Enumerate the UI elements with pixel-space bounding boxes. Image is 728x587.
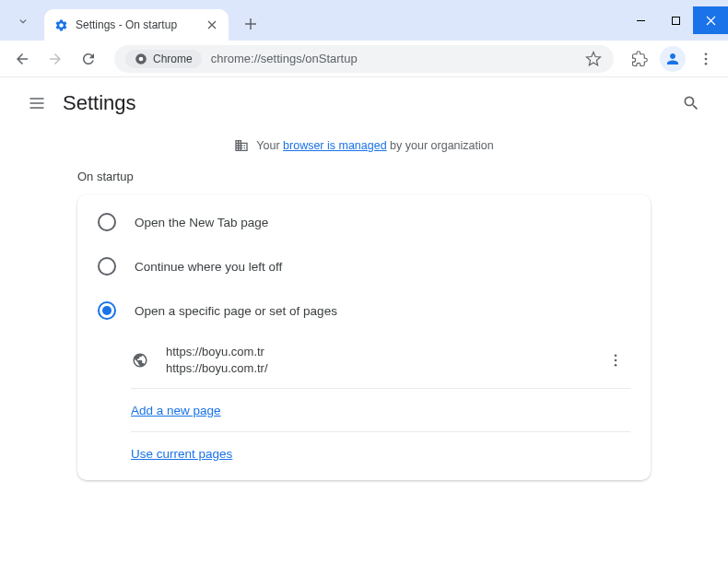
window-controls — [623, 0, 728, 41]
page-more-button[interactable] — [601, 346, 630, 375]
address-bar[interactable]: Chrome chrome://settings/onStartup — [114, 45, 614, 73]
browser-toolbar: Chrome chrome://settings/onStartup — [0, 41, 728, 77]
maximize-button[interactable] — [658, 6, 693, 34]
settings-header: Settings — [0, 77, 728, 129]
managed-prefix: Your — [256, 139, 279, 152]
bookmark-button[interactable] — [584, 50, 603, 68]
chrome-icon — [135, 53, 147, 65]
star-icon — [585, 51, 602, 67]
tab-search-dropdown[interactable] — [7, 6, 39, 37]
arrow-right-icon — [47, 51, 64, 67]
svg-point-2 — [139, 56, 144, 61]
use-current-link[interactable]: Use current pages — [131, 447, 232, 461]
close-icon — [706, 16, 716, 26]
svg-point-4 — [705, 57, 708, 60]
minimize-button[interactable] — [623, 6, 658, 34]
settings-search-button[interactable] — [673, 85, 710, 122]
option-continue[interactable]: Continue where you left off — [77, 244, 651, 288]
maximize-icon — [671, 16, 681, 26]
dots-vertical-icon — [698, 51, 714, 67]
globe-icon — [131, 351, 149, 370]
forward-button[interactable] — [41, 44, 70, 74]
use-current-row: Use current pages — [77, 432, 651, 475]
startup-page-row: https://boyu.com.tr https://boyu.com.tr/ — [77, 333, 651, 388]
settings-content: On startup Open the New Tab page Continu… — [0, 170, 728, 480]
radio-icon — [98, 213, 116, 231]
puzzle-icon — [631, 51, 648, 67]
startup-card: Open the New Tab page Continue where you… — [77, 194, 651, 480]
hamburger-icon — [28, 94, 46, 112]
search-icon — [682, 94, 700, 112]
minimize-icon — [636, 16, 646, 26]
option-label: Open the New Tab page — [135, 216, 268, 229]
settings-menu-button[interactable] — [18, 85, 55, 122]
radio-icon — [98, 257, 116, 276]
page-entry-url: https://boyu.com.tr/ — [166, 360, 601, 377]
svg-point-8 — [615, 364, 617, 367]
close-icon — [207, 20, 217, 29]
tab-title: Settings - On startup — [76, 18, 205, 31]
new-tab-button[interactable] — [238, 11, 264, 37]
add-page-row: Add a new page — [77, 389, 651, 431]
tab-close-button[interactable] — [205, 18, 219, 32]
reload-icon — [80, 51, 97, 67]
managed-suffix: by your organization — [390, 139, 494, 152]
svg-rect-0 — [672, 17, 679, 24]
reload-button[interactable] — [74, 44, 103, 74]
svg-point-5 — [705, 62, 708, 65]
section-label: On startup — [77, 170, 651, 183]
svg-point-7 — [615, 359, 617, 362]
back-button[interactable] — [7, 44, 37, 74]
chevron-down-icon — [17, 15, 29, 28]
plus-icon — [244, 18, 257, 30]
site-chip[interactable]: Chrome — [125, 50, 202, 68]
settings-gear-icon — [53, 18, 68, 32]
chrome-menu-button[interactable] — [691, 44, 721, 74]
add-page-link[interactable]: Add a new page — [131, 404, 221, 417]
page-info: https://boyu.com.tr https://boyu.com.tr/ — [166, 344, 601, 377]
window-titlebar: Settings - On startup — [0, 0, 728, 41]
arrow-left-icon — [14, 51, 30, 67]
page-entry-title: https://boyu.com.tr — [166, 344, 601, 360]
svg-point-3 — [705, 53, 708, 55]
dots-vertical-icon — [607, 352, 624, 369]
site-chip-label: Chrome — [153, 53, 193, 65]
option-label: Open a specific page or set of pages — [135, 304, 337, 318]
profile-button[interactable] — [658, 44, 687, 74]
option-new-tab[interactable]: Open the New Tab page — [77, 200, 651, 244]
managed-link[interactable]: browser is managed — [283, 139, 387, 152]
browser-tab[interactable]: Settings - On startup — [44, 9, 229, 41]
option-specific-pages[interactable]: Open a specific page or set of pages — [77, 288, 651, 333]
svg-point-6 — [615, 355, 617, 358]
url-text: chrome://settings/onStartup — [211, 52, 584, 65]
radio-icon-selected — [98, 301, 116, 320]
window-close-button[interactable] — [693, 6, 728, 34]
managed-banner: Your browser is managed by your organiza… — [0, 129, 728, 170]
extensions-button[interactable] — [625, 44, 654, 74]
page-title: Settings — [63, 91, 136, 115]
building-icon — [234, 138, 249, 153]
option-label: Continue where you left off — [135, 260, 282, 274]
avatar-icon — [660, 46, 686, 72]
